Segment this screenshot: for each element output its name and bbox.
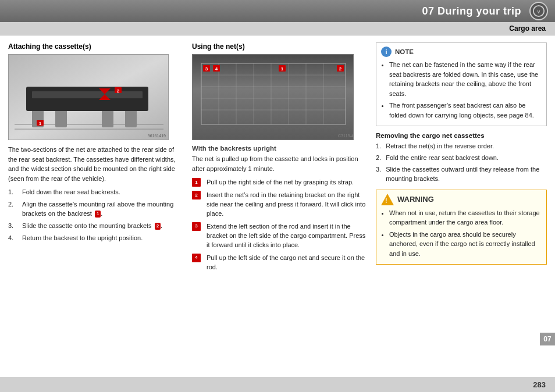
warning-bullets: When not in use, return the cassettes to… [381, 208, 542, 259]
step3-badge: 2 [155, 223, 161, 230]
cassette-steps-list: 1. Fold down the rear seat backrests. 2.… [8, 188, 183, 243]
mid-col-title: Using the net(s) [192, 42, 367, 51]
left-body-text: The two-sections of the net are attached… [8, 145, 183, 183]
mid-column: Using the net(s) [192, 42, 367, 369]
note-bullets: The net can be fastened in the same way … [381, 60, 542, 120]
top-header: 07 During your trip V [0, 0, 555, 22]
removing-step-1-text: Retract the net(s) in the reverse order. [386, 142, 494, 151]
net-step-3-icon: 3 [192, 222, 201, 231]
net-subtitle: With the backrests upright [192, 145, 367, 152]
diagram-watermark: 96161419 [148, 134, 166, 138]
svg-text:4: 4 [215, 66, 218, 72]
removing-step-2: 2. Fold the entire rear seat backrest do… [376, 154, 547, 163]
net-step-4-icon: 4 [192, 254, 201, 262]
info-icon: i [381, 47, 392, 57]
chapter-side-tab: 07 [540, 333, 555, 345]
removing-step-3: 3. Slide the cassettes outward until the… [376, 165, 547, 184]
note-title: NOTE [395, 48, 414, 55]
svg-text:2: 2 [339, 66, 342, 72]
net-body: The net is pulled up from the cassette a… [192, 154, 367, 173]
note-header: i NOTE [381, 47, 542, 57]
svg-text:3: 3 [205, 66, 208, 72]
warning-bullet-2: Objects in the cargo area should be secu… [389, 230, 542, 259]
removing-step-2-num: 2. [376, 154, 381, 163]
net-step-2: 2 Insert the net’s rod in the retaining … [192, 191, 367, 219]
section-title: Cargo area [509, 24, 546, 33]
net-step-1-icon: 1 [192, 178, 201, 187]
removing-step-3-num: 3. [376, 165, 381, 184]
removing-step-1: 1. Retract the net(s) in the reverse ord… [376, 142, 547, 151]
cassette-diagram: 1 2 96161419 [8, 54, 169, 140]
warning-header: WARNING [381, 194, 542, 205]
note-bullet-2: The front passenger’s seat backrest can … [389, 101, 542, 120]
removing-title: Removing the cargo net cassettes [376, 132, 547, 139]
cassette-step-1: 1. Fold down the rear seat backrests. [8, 188, 183, 197]
svg-text:C3115-46: C3115-46 [338, 134, 354, 138]
step2-badge: 1 [95, 211, 101, 218]
note-box: i NOTE The net can be fastened in the sa… [376, 42, 547, 126]
page-bar: 283 [0, 377, 555, 392]
net-step-3: 3 Extend the left section of the rod and… [192, 222, 367, 250]
removing-steps: 1. Retract the net(s) in the reverse ord… [376, 142, 547, 184]
net-diagram: 3 4 1 2 C3115-46 [192, 54, 354, 140]
net-step-2-icon: 2 [192, 191, 201, 199]
warning-triangle-icon [381, 194, 394, 205]
cassette-step-2: 2. Align the cassette’s mounting rail ab… [8, 200, 183, 219]
note-bullet-1: The net can be fastened in the same way … [389, 60, 542, 98]
warning-bullet-1: When not in use, return the cassettes to… [389, 208, 542, 227]
svg-rect-10 [32, 91, 143, 98]
net-step-4-text: Pull up the left side of the cargo net a… [207, 254, 367, 272]
cassette-step-4: 4. Return the backrest to the upright po… [8, 234, 183, 243]
cassette-step-3: 3. Slide the cassette onto the mounting … [8, 222, 183, 231]
volvo-logo: V [529, 2, 548, 20]
svg-text:2: 2 [117, 88, 120, 94]
warning-title: WARNING [397, 195, 434, 204]
removing-step-2-text: Fold the entire rear seat backrest down. [386, 154, 499, 163]
removing-step-3-text: Slide the cassettes outward until they r… [386, 165, 547, 184]
svg-text:1: 1 [39, 121, 42, 126]
left-column: Attaching the cassette(s) [8, 42, 183, 369]
right-column: i NOTE The net can be fastened in the sa… [376, 42, 547, 369]
main-content: Attaching the cassette(s) [0, 35, 555, 374]
net-step-4: 4 Pull up the left side of the cargo net… [192, 254, 367, 272]
net-step-2-text: Insert the net’s rod in the retaining br… [207, 191, 367, 219]
warning-box: WARNING When not in use, return the cass… [376, 190, 547, 265]
page-number: 283 [533, 380, 546, 389]
left-col-title: Attaching the cassette(s) [8, 42, 183, 51]
section-header: Cargo area [0, 22, 555, 35]
svg-text:1: 1 [281, 66, 284, 72]
svg-rect-9 [26, 87, 148, 111]
net-step-3-text: Extend the left section of the rod and i… [207, 222, 367, 250]
cassette-diagram-inner: 1 2 96161419 [9, 55, 168, 140]
removing-step-1-num: 1. [376, 142, 381, 151]
net-step-1: 1 Pull up the right side of the net by g… [192, 178, 367, 187]
chapter-title: 07 During your trip [422, 5, 521, 17]
svg-text:V: V [538, 9, 540, 15]
net-step-1-text: Pull up the right side of the net by gra… [207, 178, 354, 187]
